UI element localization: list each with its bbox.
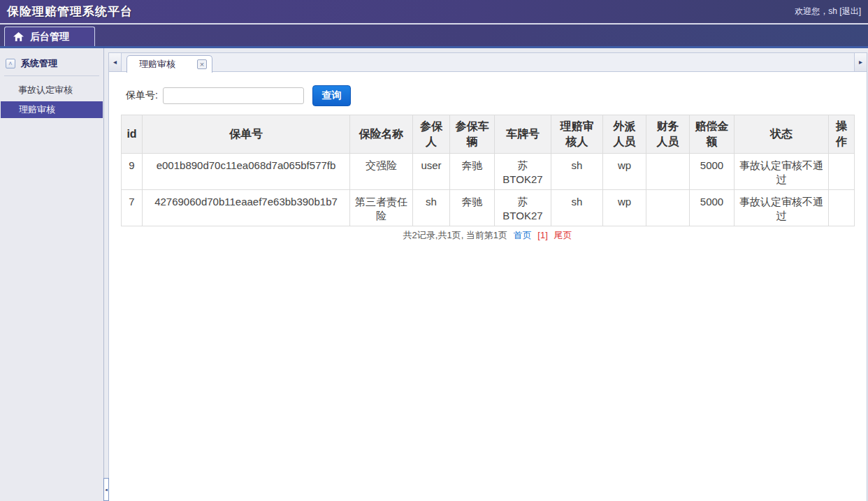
table-cell: sh	[551, 190, 603, 226]
table-cell: 9	[122, 154, 143, 190]
table-cell	[646, 190, 690, 226]
pagination-current-page[interactable]: [1]	[537, 230, 547, 240]
nav-bar: 后台管理	[0, 24, 868, 48]
main-area: ◂ 理赔审核 × ▸ 保单号: 查询 id保单号保险名称参保人参保车辆车牌号理赔…	[104, 48, 868, 501]
sidebar-item-accident-review[interactable]: 事故认定审核	[0, 82, 103, 99]
sidebar-item-claim-review[interactable]: 理赔审核	[1, 101, 103, 118]
table-cell: 苏BTOK27	[495, 190, 551, 226]
column-header: 参保人	[413, 115, 450, 154]
table-cell: sh	[551, 154, 603, 190]
column-header: 车牌号	[495, 115, 551, 154]
column-header: 参保车辆	[450, 115, 495, 154]
username: sh	[828, 6, 837, 16]
app-title: 保险理赔管理系统平台	[0, 3, 133, 20]
table-cell: 事故认定审核不通过	[735, 190, 829, 226]
tab-backstage-label: 后台管理	[30, 31, 69, 43]
column-header: id	[122, 115, 143, 154]
table-cell	[646, 154, 690, 190]
tab-close-icon[interactable]: ×	[197, 59, 207, 69]
table-cell: 42769060d70b11eaaef7e63bb390b1b7	[143, 190, 350, 226]
table-cell: wp	[603, 154, 646, 190]
claims-table: id保单号保险名称参保人参保车辆车牌号理赔审核人外派人员财务人员赔偿金额状态操作…	[121, 115, 855, 226]
pagination-last-link[interactable]: 尾页	[554, 230, 572, 240]
search-button[interactable]: 查询	[312, 85, 351, 106]
table-cell	[829, 154, 855, 190]
column-header: 外派人员	[603, 115, 646, 154]
content-panel: ◂ 理赔审核 × ▸ 保单号: 查询 id保单号保险名称参保人参保车辆车牌号理赔…	[108, 52, 867, 501]
table-cell: wp	[603, 190, 646, 226]
search-form: 保单号: 查询	[126, 85, 867, 106]
column-header: 状态	[735, 115, 829, 154]
home-icon	[13, 32, 24, 42]
table-cell: 5000	[690, 190, 735, 226]
table-cell: 7	[122, 190, 143, 226]
column-header: 理赔审核人	[551, 115, 603, 154]
table-cell: 5000	[690, 154, 735, 190]
tab-strip: ◂ 理赔审核 × ▸	[109, 53, 867, 72]
pagination-first-link[interactable]: 首页	[514, 230, 532, 240]
table-cell: 事故认定审核不通过	[735, 154, 829, 190]
column-header: 财务人员	[646, 115, 690, 154]
panel-collapse-icon[interactable]: ˄	[6, 59, 15, 68]
tab-scroll-right-icon[interactable]: ▸	[854, 53, 867, 71]
user-area: 欢迎您，sh [退出]	[795, 6, 868, 17]
table-cell: 交强险	[350, 154, 413, 190]
tab-claim-review-label: 理赔审核	[139, 58, 175, 71]
table-row[interactable]: 9e001b890d70c11ea068d7a065bf577fb交强险user…	[122, 154, 855, 190]
column-header: 操作	[829, 115, 855, 154]
policy-no-input[interactable]	[163, 87, 304, 104]
policy-no-label: 保单号:	[126, 89, 158, 102]
table-cell: 第三者责任险	[350, 190, 413, 226]
tab-claim-review[interactable]: 理赔审核 ×	[126, 55, 212, 73]
table-cell: user	[413, 154, 450, 190]
table-cell: 奔驰	[450, 190, 495, 226]
table-cell: e001b890d70c11ea068d7a065bf577fb	[143, 154, 350, 190]
sidebar-panel-title: 系统管理	[21, 57, 57, 70]
column-header: 保险名称	[350, 115, 413, 154]
table-cell: 奔驰	[450, 154, 495, 190]
sidebar-collapse-handle[interactable]: ◄	[103, 478, 109, 501]
table-cell	[829, 190, 855, 226]
welcome-text: 欢迎您，	[795, 6, 828, 16]
table-row[interactable]: 742769060d70b11eaaef7e63bb390b1b7第三者责任险s…	[122, 190, 855, 226]
sidebar: ˄ 系统管理 事故认定审核 理赔审核	[0, 48, 104, 501]
column-header: 保单号	[143, 115, 350, 154]
table-cell: 苏BTOK27	[495, 154, 551, 190]
tab-backstage-management[interactable]: 后台管理	[4, 27, 95, 46]
top-title-bar: 保险理赔管理系统平台 欢迎您，sh [退出]	[0, 0, 868, 24]
logout-link[interactable]: [退出]	[839, 6, 861, 16]
table-header-row: id保单号保险名称参保人参保车辆车牌号理赔审核人外派人员财务人员赔偿金额状态操作	[122, 115, 855, 154]
pagination-summary: 共2记录,共1页, 当前第1页	[403, 230, 508, 240]
column-header: 赔偿金额	[690, 115, 735, 154]
sidebar-divider	[4, 75, 99, 76]
pagination: 共2记录,共1页, 当前第1页 首页 [1] 尾页	[121, 229, 854, 242]
sidebar-collapse-icon: ◄	[104, 488, 108, 492]
tab-scroll-left-icon[interactable]: ◂	[109, 53, 122, 71]
sidebar-panel-header: ˄ 系统管理	[0, 48, 103, 75]
table-cell: sh	[413, 190, 450, 226]
